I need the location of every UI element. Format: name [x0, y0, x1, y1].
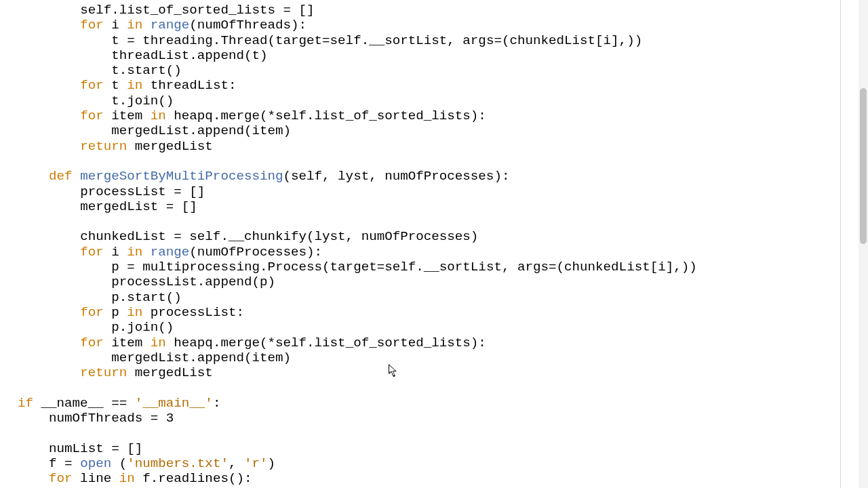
- code-token[interactable]: numList = []: [49, 441, 142, 456]
- code-token[interactable]: (: [111, 456, 127, 471]
- code-token[interactable]: ): [267, 456, 275, 471]
- code-token[interactable]: 'r': [244, 456, 268, 471]
- code-token[interactable]: mergedList.append(item): [111, 123, 291, 138]
- code-token[interactable]: ,: [229, 456, 244, 471]
- code-token[interactable]: mergeSortByMultiProcessing: [80, 169, 283, 184]
- code-token[interactable]: p = multiprocessing.Process(target=self.…: [111, 260, 697, 274]
- code-token[interactable]: numOfThreads = 3: [49, 411, 174, 426]
- code-token[interactable]: heapq.merge(*self.list_of_sorted_lists):: [166, 336, 486, 350]
- code-token[interactable]: :: [213, 396, 221, 411]
- code-token[interactable]: processList:: [142, 305, 244, 320]
- code-token[interactable]: threadList.append(t): [111, 48, 267, 63]
- code-token[interactable]: in: [127, 78, 142, 93]
- mouse-cursor-icon: [389, 364, 399, 379]
- code-token[interactable]: t: [104, 78, 127, 93]
- code-token[interactable]: (numOfProcesses):: [189, 245, 322, 260]
- code-token[interactable]: __name__ ==: [33, 396, 135, 411]
- code-token[interactable]: open: [80, 456, 111, 471]
- code-token[interactable]: f =: [49, 456, 80, 471]
- code-token[interactable]: mergedList.append(item): [111, 350, 291, 365]
- code-token[interactable]: [142, 245, 151, 260]
- code-token[interactable]: range: [151, 18, 190, 33]
- code-token[interactable]: t.start(): [111, 63, 182, 78]
- code-token[interactable]: p.join(): [111, 320, 174, 335]
- code-token[interactable]: mergedList = []: [80, 199, 197, 214]
- code-token[interactable]: range: [151, 245, 190, 260]
- code-token[interactable]: in: [151, 108, 166, 123]
- code-token[interactable]: [73, 169, 81, 184]
- code-token[interactable]: for: [80, 245, 104, 260]
- code-token[interactable]: in: [127, 18, 142, 33]
- code-token[interactable]: return: [80, 139, 127, 154]
- code-token[interactable]: p: [104, 305, 127, 320]
- code-token[interactable]: mergedList: [127, 365, 213, 380]
- code-token[interactable]: mergedList: [127, 139, 213, 154]
- code-token[interactable]: for: [80, 18, 104, 33]
- code-token[interactable]: for: [80, 336, 104, 350]
- code-token[interactable]: processList = []: [80, 184, 205, 199]
- code-token[interactable]: self.list_of_sorted_lists = []: [80, 3, 314, 18]
- code-token[interactable]: 'numbers.txt': [127, 456, 229, 471]
- code-token[interactable]: in: [119, 471, 135, 486]
- vertical-scrollbar-thumb[interactable]: [860, 88, 867, 244]
- code-token[interactable]: in: [127, 305, 142, 320]
- code-token[interactable]: chunkedList = self.__chunkify(lyst, numO…: [80, 229, 478, 244]
- code-token[interactable]: p.start(): [111, 290, 182, 305]
- code-token[interactable]: t.join(): [111, 94, 174, 108]
- code-token[interactable]: (numOfThreads):: [189, 18, 307, 33]
- code-token[interactable]: line: [73, 471, 119, 486]
- code-token[interactable]: i: [104, 245, 127, 260]
- code-token[interactable]: for: [80, 108, 104, 123]
- code-token[interactable]: item: [104, 108, 151, 123]
- code-token[interactable]: item: [104, 336, 151, 350]
- code-token[interactable]: in: [151, 336, 166, 350]
- code-token[interactable]: i: [104, 18, 127, 33]
- code-token[interactable]: for: [80, 305, 104, 320]
- code-token[interactable]: in: [127, 245, 142, 260]
- code-token[interactable]: t = threading.Thread(target=self.__sortL…: [111, 33, 642, 48]
- code-token[interactable]: for: [49, 471, 73, 486]
- code-token[interactable]: def: [49, 169, 73, 184]
- editor-viewport: self.list_of_sorted_lists = [] for i in …: [0, 0, 841, 488]
- code-token[interactable]: threadList:: [142, 78, 236, 93]
- code-token[interactable]: (self, lyst, numOfProcesses):: [283, 169, 510, 184]
- code-token[interactable]: f.readlines():: [135, 471, 252, 486]
- code-token[interactable]: [142, 18, 151, 33]
- code-token[interactable]: '__main__': [135, 396, 213, 411]
- vertical-scrollbar-track[interactable]: [859, 0, 868, 488]
- code-token[interactable]: processList.append(p): [111, 274, 275, 289]
- code-token[interactable]: if: [18, 396, 33, 411]
- code-token[interactable]: heapq.merge(*self.list_of_sorted_lists):: [166, 108, 486, 123]
- code-token[interactable]: for: [80, 78, 104, 93]
- code-block[interactable]: self.list_of_sorted_lists = [] for i in …: [18, 3, 697, 487]
- code-token[interactable]: return: [80, 365, 127, 380]
